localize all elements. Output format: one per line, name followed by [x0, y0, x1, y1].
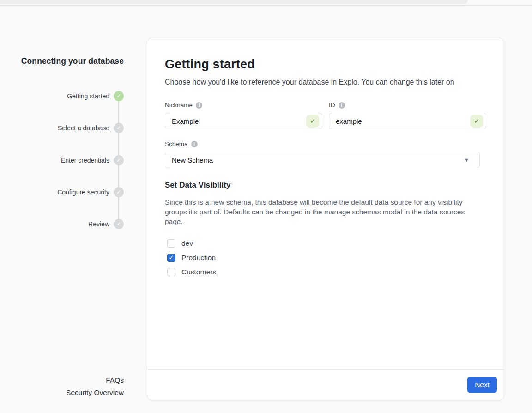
wizard-title: Connecting your database [0, 55, 124, 67]
info-icon[interactable]: i [196, 102, 202, 109]
step-check-icon: ✓ [114, 155, 124, 165]
step-label: Configure security [57, 187, 109, 197]
security-overview-link[interactable]: Security Overview [0, 387, 124, 399]
checkbox-icon[interactable]: ✓ [167, 254, 175, 262]
visibility-group-customers[interactable]: ✓ Customers [165, 265, 486, 279]
next-button[interactable]: Next [467, 377, 497, 393]
step-label: Enter credentials [61, 155, 109, 165]
step-label: Getting started [67, 91, 109, 101]
checkbox-icon[interactable]: ✓ [167, 239, 175, 248]
checkbox-label: Customers [181, 268, 216, 276]
checkbox-label: dev [181, 239, 193, 248]
schema-selected-value: New Schema [172, 156, 213, 164]
step-enter-credentials[interactable]: Enter credentials ✓ [0, 155, 124, 165]
step-check-icon: ✓ [114, 187, 124, 197]
step-configure-security[interactable]: Configure security ✓ [0, 187, 124, 197]
page-title: Getting started [165, 57, 486, 72]
faqs-link[interactable]: FAQs [0, 374, 124, 387]
sidebar-footer-links: FAQs Security Overview [0, 374, 124, 399]
id-label: ID [329, 102, 335, 109]
valid-check-icon: ✓ [470, 115, 483, 128]
data-visibility-description: Since this is a new schema, this databas… [165, 197, 483, 226]
nickname-label: Nickname [165, 102, 193, 109]
visibility-group-dev[interactable]: ✓ dev [165, 236, 486, 250]
checkbox-icon[interactable]: ✓ [167, 268, 175, 276]
schema-select[interactable]: New Schema ▼ [165, 152, 480, 168]
wizard-sidebar: Connecting your database Getting started… [0, 0, 124, 413]
schema-label: Schema [165, 140, 188, 147]
step-label: Select a database [58, 123, 109, 133]
visibility-group-list: ✓ dev ✓ Production ✓ Customers [165, 236, 486, 279]
visibility-group-production[interactable]: ✓ Production [165, 250, 486, 265]
id-field-group: ID i ✓ [329, 102, 486, 129]
nickname-field-group: Nickname i ✓ [165, 102, 322, 129]
step-review[interactable]: Review ✓ [0, 219, 124, 229]
step-check-icon: ✓ [114, 91, 124, 101]
checkbox-label: Production [181, 254, 216, 262]
page-subtitle: Choose how you'd like to reference your … [165, 78, 486, 87]
step-check-icon: ✓ [114, 219, 124, 229]
step-label: Review [88, 219, 109, 229]
info-icon[interactable]: i [191, 141, 198, 147]
nickname-input[interactable] [165, 113, 322, 129]
chevron-down-icon: ▼ [464, 157, 473, 163]
step-check-icon: ✓ [114, 123, 124, 133]
step-select-database[interactable]: Select a database ✓ [0, 123, 124, 133]
getting-started-panel: Getting started Choose how you'd like to… [147, 38, 504, 400]
data-visibility-heading: Set Data Visibility [165, 181, 486, 190]
step-getting-started[interactable]: Getting started ✓ [0, 91, 124, 101]
schema-field-group: Schema i New Schema ▼ [165, 140, 486, 168]
info-icon[interactable]: i [339, 102, 345, 109]
panel-footer: Next [147, 369, 504, 400]
id-input[interactable] [329, 113, 486, 129]
valid-check-icon: ✓ [306, 115, 319, 128]
